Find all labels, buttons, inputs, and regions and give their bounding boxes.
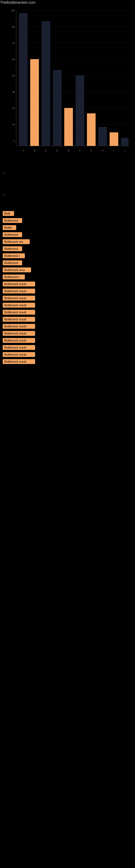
bottleneck-badge-20: Bottleneck result: [3, 345, 35, 350]
bottleneck-item-19: Bottleneck result: [3, 338, 132, 343]
bottleneck-badge-2: Bottleneck: [3, 218, 22, 223]
page-container: TheBottlenecker.com 100 88 75: [0, 0, 135, 369]
svg-text:A: A: [22, 149, 24, 152]
bottleneck-badge-16: Bottleneck result: [3, 317, 35, 322]
svg-text:75: 75: [12, 42, 15, 44]
label-area: |: [0, 162, 135, 184]
bottleneck-item-4: Bottleneck: [3, 232, 132, 237]
bottleneck-item-20: Bottleneck result: [3, 345, 132, 350]
svg-text:I: I: [114, 149, 115, 152]
bottleneck-item-15: Bottleneck result: [3, 310, 132, 315]
svg-text:25: 25: [12, 107, 15, 110]
bottleneck-badge-3: Bottle: [3, 225, 16, 230]
bottleneck-badge-14: Bottleneck result: [3, 303, 35, 308]
bottleneck-badge-22: Bottleneck result: [3, 359, 35, 364]
bottleneck-badge-12: Bottleneck result: [3, 289, 35, 293]
svg-rect-23: [42, 21, 50, 146]
svg-rect-21: [19, 13, 28, 146]
bottleneck-badge-4: Bottleneck: [3, 232, 22, 237]
bottleneck-badge-13: Bottleneck result: [3, 296, 35, 301]
svg-text:0: 0: [13, 140, 15, 142]
bottleneck-item-18: Bottleneck result: [3, 331, 132, 336]
svg-text:H: H: [102, 149, 104, 152]
svg-text:38: 38: [12, 91, 15, 93]
bottleneck-item-8: Bottleneck: [3, 260, 132, 265]
bottleneck-item-2: Bottleneck: [3, 218, 132, 223]
svg-text:88: 88: [12, 26, 15, 28]
bottleneck-badge-15: Bottleneck result: [3, 310, 35, 315]
bottleneck-item-1: Bottl: [3, 211, 132, 216]
bottleneck-item-22: Bottleneck result: [3, 359, 132, 364]
site-title-bar: TheBottlenecker.com: [0, 0, 135, 5]
bottleneck-item-16: Bottleneck result: [3, 317, 132, 322]
label-area-2: |: [0, 184, 135, 206]
svg-rect-24: [53, 70, 61, 146]
bottleneck-badge-11: Bottleneck result: [3, 282, 35, 286]
svg-text:C: C: [45, 149, 47, 152]
bottleneck-badge-19: Bottleneck result: [3, 338, 35, 343]
bottleneck-item-7: Bottleneck r: [3, 253, 132, 258]
bottleneck-badge-17: Bottleneck result: [3, 324, 35, 329]
bottleneck-item-21: Bottleneck result: [3, 352, 132, 357]
bottleneck-item-14: Bottleneck result: [3, 303, 132, 308]
svg-rect-26: [76, 75, 84, 146]
bottleneck-item-10: Bottleneck r: [3, 275, 132, 279]
svg-rect-29: [109, 132, 118, 146]
bottleneck-item-17: Bottleneck result: [3, 324, 132, 329]
bottleneck-badge-10: Bottleneck r: [3, 275, 25, 279]
bottleneck-badge-6: Bottleneck: [3, 246, 22, 251]
svg-text:J: J: [124, 149, 126, 152]
chart-svg: 100 88 75 63 50 38 25 13 0: [0, 5, 135, 162]
bottleneck-item-3: Bottle: [3, 225, 132, 230]
bottleneck-item-11: Bottleneck result: [3, 282, 132, 286]
chart-area: 100 88 75 63 50 38 25 13 0: [0, 5, 135, 162]
svg-text:E: E: [68, 149, 70, 152]
svg-text:100: 100: [11, 9, 15, 12]
bottleneck-item-12: Bottleneck result: [3, 289, 132, 293]
svg-rect-30: [121, 138, 129, 146]
svg-text:F: F: [79, 149, 81, 152]
svg-text:B: B: [34, 149, 35, 152]
svg-rect-25: [64, 108, 73, 146]
bottleneck-item-5: Bottleneck res: [3, 239, 132, 244]
bottleneck-item-13: Bottleneck result: [3, 296, 132, 301]
bottleneck-badge-8: Bottleneck: [3, 260, 22, 265]
bottleneck-badge-18: Bottleneck result: [3, 331, 35, 336]
bottleneck-badge-5: Bottleneck res: [3, 239, 30, 244]
svg-rect-22: [30, 59, 39, 146]
y-axis-label-2: |: [3, 193, 5, 196]
svg-rect-27: [87, 113, 96, 146]
bottleneck-badge-1: Bottl: [3, 211, 14, 216]
svg-text:D: D: [56, 149, 58, 152]
bottleneck-badge-7: Bottleneck r: [3, 253, 25, 258]
bottleneck-badge-21: Bottleneck result: [3, 352, 35, 357]
bottleneck-item-6: Bottleneck: [3, 246, 132, 251]
svg-text:50: 50: [12, 74, 15, 77]
bottleneck-item-9: Bottleneck resu: [3, 268, 132, 272]
svg-text:63: 63: [12, 58, 15, 61]
bottleneck-badge-9: Bottleneck resu: [3, 268, 31, 272]
y-axis-label: |: [3, 172, 5, 175]
svg-text:G: G: [90, 149, 92, 152]
svg-rect-28: [98, 127, 107, 146]
svg-text:13: 13: [12, 123, 15, 126]
bottleneck-list: BottlBottleneckBottleBottleneckBottlenec…: [0, 206, 135, 369]
